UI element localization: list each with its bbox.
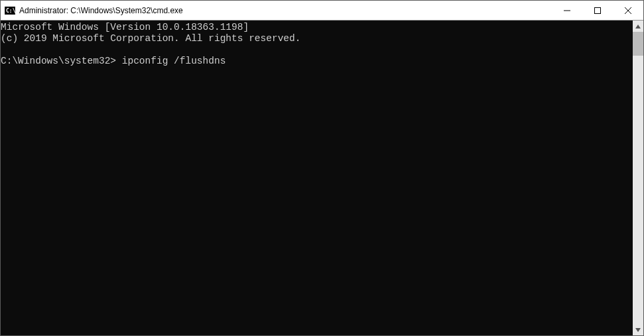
terminal-prompt-line: C:\Windows\system32> ipconfig /flushdns [1, 56, 225, 66]
terminal-output[interactable]: Microsoft Windows [Version 10.0.18363.11… [1, 21, 633, 335]
scroll-down-button[interactable] [633, 324, 643, 335]
scrollbar-thumb[interactable] [633, 32, 643, 56]
svg-text:C:\: C:\ [6, 8, 15, 14]
minimize-button[interactable] [552, 1, 582, 20]
cmd-window: C:\ Administrator: C:\Windows\System32\c… [0, 0, 644, 336]
titlebar[interactable]: C:\ Administrator: C:\Windows\System32\c… [1, 1, 643, 21]
terminal-prompt: C:\Windows\system32> [1, 56, 116, 66]
svg-rect-3 [595, 7, 601, 13]
maximize-button[interactable] [582, 1, 613, 20]
close-button[interactable] [613, 1, 643, 20]
vertical-scrollbar[interactable] [633, 21, 643, 335]
terminal-command: ipconfig /flushdns [122, 56, 226, 66]
content-area: Microsoft Windows [Version 10.0.18363.11… [1, 21, 643, 335]
terminal-line: Microsoft Windows [Version 10.0.18363.11… [1, 22, 249, 32]
scrollbar-track[interactable] [633, 32, 643, 324]
svg-marker-7 [635, 328, 641, 332]
cmd-icon: C:\ [5, 5, 15, 16]
window-title: Administrator: C:\Windows\System32\cmd.e… [19, 6, 552, 15]
terminal-line: (c) 2019 Microsoft Corporation. All righ… [1, 33, 300, 44]
window-controls [552, 1, 643, 20]
scroll-up-button[interactable] [633, 21, 643, 32]
svg-marker-6 [635, 25, 641, 28]
